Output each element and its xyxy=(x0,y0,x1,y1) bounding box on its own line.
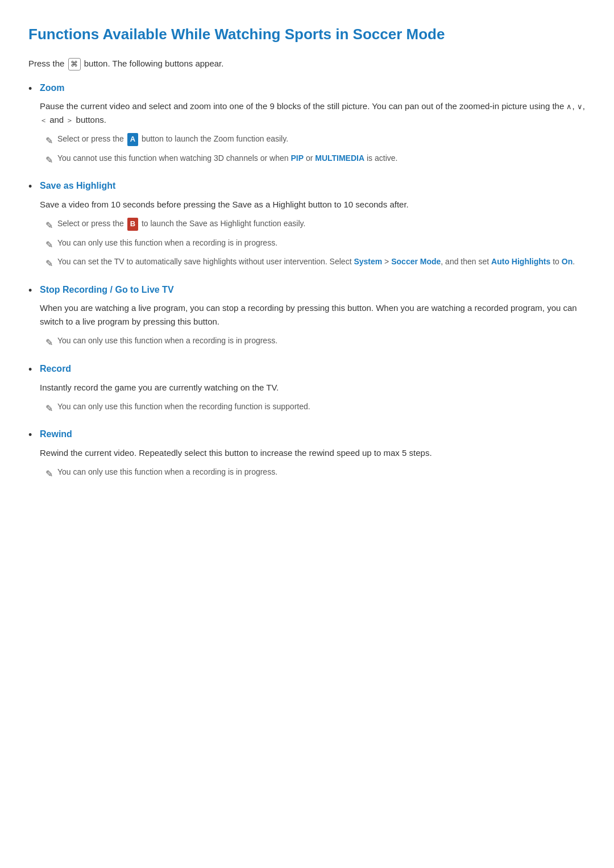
item-desc-rewind: Rewind the current video. Repeatedly sel… xyxy=(40,446,586,460)
pencil-icon: ✎ xyxy=(45,467,53,481)
notes-zoom: ✎ Select or press the A button to launch… xyxy=(40,132,586,167)
note-item: ✎ Select or press the A button to launch… xyxy=(45,132,586,148)
pencil-icon: ✎ xyxy=(45,401,53,416)
notes-stop-recording: ✎ You can only use this function when a … xyxy=(40,334,586,350)
item-title-save-highlight: Save as Highlight xyxy=(40,178,586,193)
list-item-save-highlight: Save as Highlight Save a video from 10 s… xyxy=(28,178,586,271)
pencil-icon: ✎ xyxy=(45,218,53,233)
item-title-stop-recording: Stop Recording / Go to Live TV xyxy=(40,283,586,297)
note-item: ✎ You can only use this function when a … xyxy=(45,466,586,481)
pencil-icon: ✎ xyxy=(45,256,53,271)
pencil-icon: ✎ xyxy=(45,153,53,168)
note-item: ✎ You can set the TV to automatically sa… xyxy=(45,255,586,271)
notes-rewind: ✎ You can only use this function when a … xyxy=(40,466,586,481)
list-item-zoom: Zoom Pause the current video and select … xyxy=(28,81,586,168)
list-item-rewind: Rewind Rewind the current video. Repeate… xyxy=(28,427,586,481)
note-item: ✎ Select or press the B to launch the Sa… xyxy=(45,217,586,233)
pencil-icon: ✎ xyxy=(45,238,53,252)
note-item: ✎ You cannot use this function when watc… xyxy=(45,152,586,168)
list-item-record: Record Instantly record the game you are… xyxy=(28,362,586,416)
item-desc-save-highlight: Save a video from 10 seconds before pres… xyxy=(40,198,586,211)
page-title: Functions Available While Watching Sport… xyxy=(28,23,586,47)
item-title-zoom: Zoom xyxy=(40,81,586,95)
note-item: ✎ You can only use this function when th… xyxy=(45,400,586,416)
settings-button-icon: ⌘ xyxy=(68,58,81,70)
item-title-rewind: Rewind xyxy=(40,427,586,442)
b-button: B xyxy=(127,218,138,231)
list-item-stop-recording: Stop Recording / Go to Live TV When you … xyxy=(28,283,586,350)
pencil-icon: ✎ xyxy=(45,335,53,350)
main-list: Zoom Pause the current video and select … xyxy=(28,81,586,481)
intro-text: Press the ⌘ button. The following button… xyxy=(28,57,586,70)
notes-save-highlight: ✎ Select or press the B to launch the Sa… xyxy=(40,217,586,271)
item-desc-zoom: Pause the current video and select and z… xyxy=(40,99,586,127)
pencil-icon: ✎ xyxy=(45,134,53,148)
item-desc-record: Instantly record the game you are curren… xyxy=(40,381,586,394)
item-desc-stop-recording: When you are watching a live program, yo… xyxy=(40,301,586,329)
a-button: A xyxy=(127,133,138,146)
note-item: ✎ You can only use this function when a … xyxy=(45,236,586,252)
note-item: ✎ You can only use this function when a … xyxy=(45,334,586,350)
item-title-record: Record xyxy=(40,362,586,376)
notes-record: ✎ You can only use this function when th… xyxy=(40,400,586,416)
